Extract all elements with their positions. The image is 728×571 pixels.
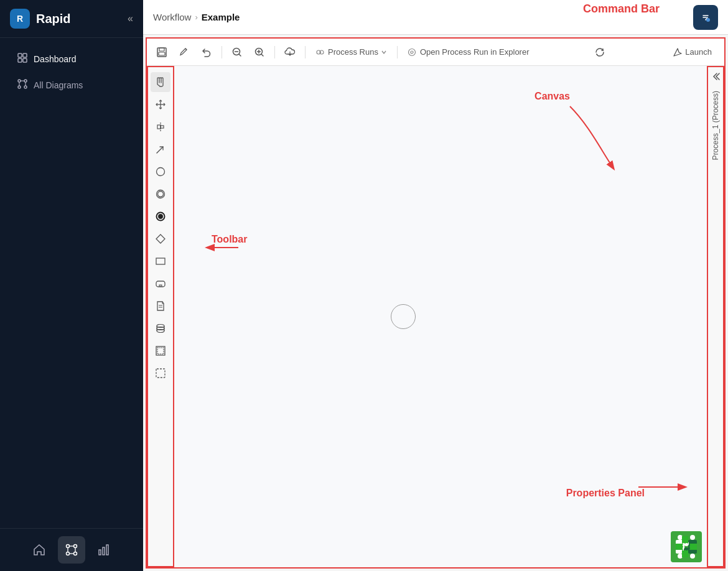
svg-point-69 <box>678 535 683 540</box>
editor-area: Process Runs Open Process Run in Explore… <box>146 37 726 569</box>
tool-diamond[interactable] <box>151 229 170 249</box>
dashboard-label: Dashboard <box>34 54 77 64</box>
canvas-annotation: Canvas <box>534 91 570 102</box>
svg-marker-51 <box>156 234 165 243</box>
sidebar-collapse-btn[interactable]: « <box>128 13 133 24</box>
svg-rect-26 <box>159 52 165 55</box>
toolbar-divider-2 <box>274 46 275 58</box>
svg-rect-54 <box>159 285 162 286</box>
svg-point-39 <box>411 51 413 53</box>
sidebar-item-all-diagrams[interactable]: All Diagrams <box>5 73 138 98</box>
toolbar-divider-1 <box>222 46 222 58</box>
tool-document[interactable] <box>151 296 170 316</box>
panel-label: Process_1 (Process) <box>711 91 720 160</box>
sidebar-bottom <box>0 528 143 571</box>
command-bar-button[interactable] <box>693 5 718 30</box>
edit-button[interactable] <box>174 42 194 62</box>
launch-button[interactable]: Launch <box>665 45 719 60</box>
svg-line-33 <box>261 54 263 56</box>
sidebar-item-dashboard[interactable]: Dashboard <box>5 47 138 72</box>
tool-circle-filled[interactable] <box>151 207 170 226</box>
bottom-analytics-btn[interactable] <box>90 536 118 564</box>
svg-rect-0 <box>18 53 22 57</box>
svg-rect-20 <box>103 547 105 555</box>
toolbar-divider-4 <box>397 46 398 58</box>
tool-circle-ring[interactable] <box>151 184 170 204</box>
canvas-arrow <box>551 100 645 181</box>
app-name: Rapid <box>36 12 71 26</box>
refresh-button[interactable] <box>590 42 610 62</box>
svg-point-7 <box>24 86 27 88</box>
diagrams-icon <box>17 79 27 91</box>
svg-point-11 <box>67 545 70 548</box>
tool-connector[interactable] <box>151 139 170 159</box>
cloud-button[interactable] <box>280 42 300 62</box>
undo-button[interactable] <box>197 42 217 62</box>
breadcrumb-separator: › <box>195 12 197 22</box>
svg-point-46 <box>157 168 165 176</box>
svg-rect-19 <box>99 550 101 555</box>
tool-rectangle[interactable] <box>151 251 170 271</box>
svg-point-5 <box>24 80 27 82</box>
tool-rounded-rect[interactable] <box>151 274 170 294</box>
svg-point-48 <box>158 192 164 197</box>
command-bar-annotation: Command Bar <box>583 2 660 16</box>
toolbar-annotation: Toolbar <box>212 234 247 245</box>
svg-rect-3 <box>23 58 27 62</box>
svg-point-14 <box>74 552 77 555</box>
zoom-in-button[interactable] <box>250 42 269 62</box>
svg-rect-62 <box>156 369 165 378</box>
editor-body: Canvas Toolbar <box>147 66 724 567</box>
open-explorer-button[interactable]: Open Process Run in Explorer <box>403 45 534 59</box>
svg-rect-68 <box>671 531 702 562</box>
tool-circle-empty[interactable] <box>151 162 170 182</box>
right-panel: Process_1 (Process) <box>707 66 724 567</box>
svg-point-72 <box>690 554 695 559</box>
svg-line-29 <box>239 54 241 56</box>
svg-rect-61 <box>157 348 164 354</box>
breadcrumb-workflow[interactable]: Workflow <box>153 12 191 22</box>
svg-rect-44 <box>161 126 164 128</box>
sidebar: R Rapid « Dashboard <box>0 0 143 571</box>
svg-rect-1 <box>23 53 27 57</box>
main-area: Workflow › Example Command Bar <box>143 0 728 571</box>
tool-database[interactable] <box>151 318 170 338</box>
puzzle-icon-container <box>671 531 702 562</box>
all-diagrams-label: All Diagrams <box>34 80 83 90</box>
bottom-home-btn[interactable] <box>26 536 53 564</box>
tool-align[interactable] <box>151 117 170 137</box>
svg-point-23 <box>706 18 710 22</box>
sidebar-header: R Rapid « <box>0 0 143 38</box>
save-button[interactable] <box>152 42 172 62</box>
canvas-shape-circle[interactable] <box>391 304 416 329</box>
toolbar-top: Process Runs Open Process Run in Explore… <box>147 39 724 66</box>
svg-rect-52 <box>156 258 165 264</box>
svg-rect-21 <box>106 545 108 555</box>
process-runs-button[interactable]: Process Runs <box>310 45 392 59</box>
toolbar-left <box>147 66 174 567</box>
svg-point-6 <box>18 86 21 88</box>
svg-rect-43 <box>157 125 161 129</box>
toolbar-divider-3 <box>305 46 306 58</box>
svg-point-71 <box>678 554 683 559</box>
svg-point-70 <box>690 535 695 540</box>
tool-hand[interactable] <box>151 72 170 92</box>
svg-point-50 <box>158 214 163 219</box>
breadcrumb-example: Example <box>202 12 240 22</box>
svg-rect-2 <box>18 58 22 62</box>
svg-line-45 <box>157 147 163 153</box>
svg-point-13 <box>67 552 70 555</box>
top-bar: Workflow › Example Command Bar <box>143 0 728 35</box>
tool-frame[interactable] <box>151 341 170 361</box>
svg-point-12 <box>74 545 77 548</box>
svg-point-4 <box>18 80 21 82</box>
tool-move[interactable] <box>151 95 170 114</box>
puzzle-icon <box>671 531 702 562</box>
canvas-area[interactable]: Canvas Toolbar <box>174 66 707 567</box>
bottom-diagram-btn[interactable] <box>58 536 85 564</box>
dashboard-icon <box>17 53 27 65</box>
panel-collapse-button[interactable] <box>708 67 723 86</box>
tool-selection[interactable] <box>151 363 170 383</box>
sidebar-nav: Dashboard All Diagrams <box>0 38 143 528</box>
zoom-out-button[interactable] <box>227 42 247 62</box>
